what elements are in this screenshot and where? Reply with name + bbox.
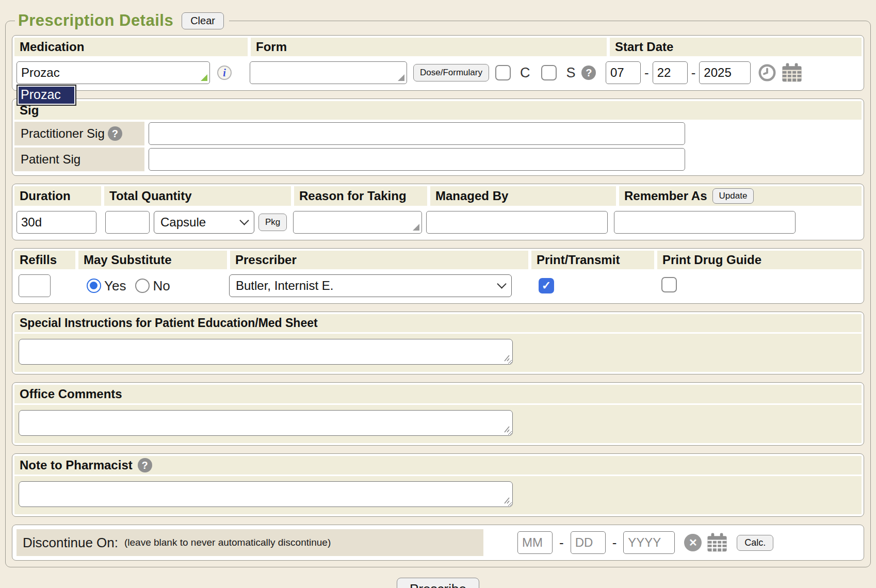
prescriber-label: Prescriber bbox=[230, 251, 528, 269]
medication-content-row: Prozac i Dose/Formulary C S ? - bbox=[14, 56, 862, 88]
print-transmit-cell: ✓ bbox=[530, 278, 653, 293]
special-instructions-label: Special Instructions for Patient Educati… bbox=[14, 314, 862, 332]
reason-input[interactable] bbox=[293, 211, 422, 234]
dosage-section: Duration Total Quantity Reason for Takin… bbox=[12, 184, 864, 240]
start-date-cell: - - bbox=[606, 61, 859, 84]
date-separator: - bbox=[691, 65, 696, 81]
date-separator: - bbox=[644, 65, 649, 81]
note-to-pharmacist-textarea[interactable] bbox=[19, 481, 513, 507]
office-comments-textarea[interactable] bbox=[19, 410, 513, 436]
print-drug-guide-checkbox[interactable] bbox=[661, 277, 677, 292]
dose-formulary-button[interactable]: Dose/Formulary bbox=[413, 64, 489, 81]
refills-cell bbox=[17, 274, 77, 297]
date-separator: - bbox=[612, 535, 617, 551]
clear-date-icon[interactable]: ✕ bbox=[684, 534, 702, 551]
note-to-pharmacist-header: Note to Pharmacist ? bbox=[14, 456, 862, 475]
note-to-pharmacist-content bbox=[14, 476, 862, 514]
discontinue-section: Discontinue On: (leave blank to never au… bbox=[12, 525, 864, 561]
patient-sig-row: Patient Sig bbox=[14, 148, 862, 171]
form-cell: Dose/Formulary C S ? bbox=[250, 61, 606, 84]
info-icon[interactable]: i bbox=[217, 66, 232, 80]
substitute-no-label: No bbox=[153, 278, 170, 294]
remember-as-label: Remember As bbox=[624, 189, 707, 203]
refills-label: Refills bbox=[14, 251, 75, 269]
special-instructions-content bbox=[14, 334, 862, 372]
pkg-button[interactable]: Pkg bbox=[258, 214, 287, 231]
start-day-input[interactable] bbox=[653, 61, 688, 84]
managed-by-input[interactable] bbox=[426, 211, 608, 234]
medication-autocomplete-dropdown: Prozac bbox=[17, 85, 76, 106]
total-quantity-label: Total Quantity bbox=[104, 186, 291, 206]
controlled-c-label: C bbox=[520, 65, 530, 81]
remember-as-input[interactable] bbox=[614, 211, 796, 234]
sig-label: Sig bbox=[14, 101, 862, 120]
prescriber-cell: Butler, Internist E. bbox=[229, 274, 530, 297]
prescription-details-fieldset: Prescription Details Clear Medication Fo… bbox=[5, 11, 871, 567]
clock-icon[interactable] bbox=[758, 63, 776, 82]
form-input-wrap bbox=[250, 61, 407, 84]
controlled-c-checkbox[interactable] bbox=[495, 65, 511, 80]
medication-label: Medication bbox=[14, 38, 248, 56]
medication-cell: Prozac i bbox=[17, 61, 250, 84]
controlled-s-checkbox[interactable] bbox=[541, 65, 557, 80]
form-select[interactable]: Capsule bbox=[154, 211, 254, 234]
print-drug-guide-label: Print Drug Guide bbox=[657, 251, 862, 269]
chevron-down-icon bbox=[239, 216, 249, 225]
start-date-label: Start Date bbox=[610, 38, 862, 56]
discontinue-day-input[interactable] bbox=[571, 531, 606, 554]
print-transmit-checkbox[interactable]: ✓ bbox=[539, 278, 554, 293]
prescriber-select[interactable]: Butler, Internist E. bbox=[229, 274, 512, 297]
patient-sig-label: Patient Sig bbox=[21, 152, 80, 167]
refills-section: Refills May Substitute Prescriber Print/… bbox=[12, 248, 864, 304]
office-comments-content bbox=[14, 405, 862, 443]
form-input[interactable] bbox=[250, 61, 407, 84]
discontinue-month-input[interactable] bbox=[517, 531, 553, 554]
print-transmit-label: Print/Transmit bbox=[531, 251, 654, 269]
start-year-input[interactable] bbox=[699, 61, 751, 84]
substitute-yes-label: Yes bbox=[104, 278, 126, 294]
help-icon[interactable]: ? bbox=[581, 66, 596, 80]
autocomplete-item-prozac[interactable]: Prozac bbox=[19, 87, 74, 104]
reason-label: Reason for Taking bbox=[294, 186, 427, 206]
substitute-no-radio[interactable] bbox=[135, 279, 150, 293]
special-instructions-section: Special Instructions for Patient Educati… bbox=[12, 312, 864, 374]
reason-input-wrap bbox=[293, 211, 422, 234]
special-instructions-textarea[interactable] bbox=[19, 339, 513, 365]
office-comments-label: Office Comments bbox=[14, 385, 862, 403]
may-substitute-label: May Substitute bbox=[78, 251, 227, 269]
start-month-input[interactable] bbox=[606, 61, 641, 84]
prescriber-select-value: Butler, Internist E. bbox=[236, 279, 333, 293]
calc-button[interactable]: Calc. bbox=[737, 535, 773, 551]
print-drug-guide-cell bbox=[653, 277, 677, 295]
total-quantity-input[interactable] bbox=[105, 211, 150, 234]
discontinue-label: Discontinue On: bbox=[23, 535, 118, 551]
help-icon[interactable]: ? bbox=[138, 458, 152, 472]
substitute-yes-radio[interactable] bbox=[87, 279, 101, 293]
practitioner-sig-row: Practitioner Sig ? bbox=[14, 122, 862, 145]
date-separator: - bbox=[559, 535, 564, 551]
help-icon[interactable]: ? bbox=[108, 126, 122, 141]
sig-section: Sig Practitioner Sig ? Patient Sig bbox=[12, 99, 864, 176]
resize-triangle-icon bbox=[201, 74, 207, 81]
calendar-icon[interactable] bbox=[707, 533, 727, 552]
discontinue-label-cell: Discontinue On: (leave blank to never au… bbox=[17, 529, 483, 556]
calendar-icon[interactable] bbox=[782, 63, 802, 83]
resize-triangle-icon bbox=[398, 74, 404, 81]
duration-input[interactable] bbox=[17, 211, 96, 234]
patient-sig-input[interactable] bbox=[149, 148, 685, 171]
discontinue-hint: (leave blank to never automatically disc… bbox=[124, 537, 331, 548]
managed-by-label: Managed By bbox=[430, 186, 616, 206]
patient-sig-label-cell: Patient Sig bbox=[14, 148, 144, 171]
update-button[interactable]: Update bbox=[712, 188, 754, 204]
prescribe-button[interactable]: Prescribe bbox=[397, 578, 479, 588]
refills-input[interactable] bbox=[19, 274, 51, 297]
resize-triangle-icon bbox=[413, 224, 419, 231]
medication-input[interactable] bbox=[17, 61, 210, 84]
practitioner-sig-label-cell: Practitioner Sig ? bbox=[14, 122, 144, 145]
note-to-pharmacist-label: Note to Pharmacist bbox=[20, 458, 133, 472]
medication-section: Medication Form Start Date Prozac i bbox=[12, 35, 864, 91]
clear-button[interactable]: Clear bbox=[182, 12, 224, 29]
discontinue-year-input[interactable] bbox=[623, 531, 675, 554]
practitioner-sig-input[interactable] bbox=[149, 122, 685, 145]
medication-input-wrap: Prozac bbox=[17, 61, 210, 84]
